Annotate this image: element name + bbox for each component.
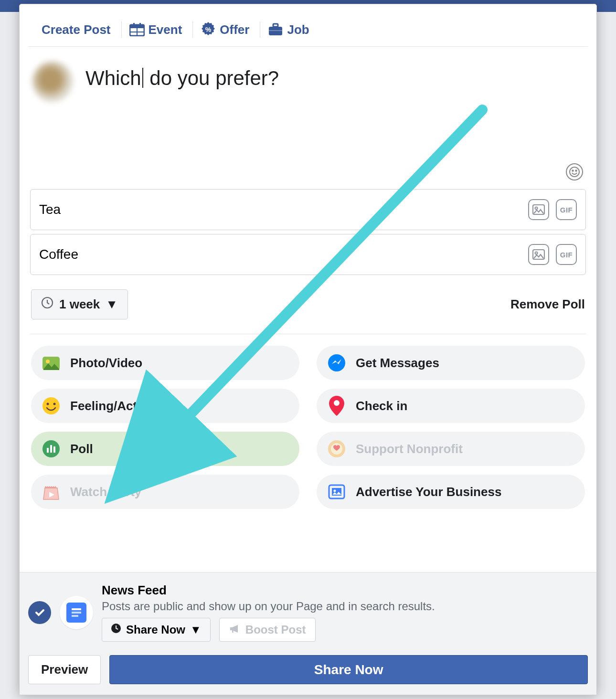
clock-icon bbox=[41, 297, 53, 312]
svg-point-34 bbox=[334, 490, 336, 492]
svg-point-14 bbox=[535, 207, 538, 210]
poll-option-1-input[interactable] bbox=[39, 202, 521, 217]
create-post-dialog: Create Post Event % Offer Job bbox=[19, 4, 597, 695]
add-photo-icon[interactable] bbox=[528, 199, 549, 220]
nonprofit-icon bbox=[326, 438, 347, 459]
attach-check-in[interactable]: Check in bbox=[317, 389, 585, 423]
boost-post-button: Boost Post bbox=[219, 618, 316, 642]
svg-point-21 bbox=[42, 397, 60, 414]
svg-rect-1 bbox=[130, 25, 144, 28]
svg-text:%: % bbox=[205, 26, 212, 33]
svg-rect-37 bbox=[72, 615, 78, 617]
svg-rect-36 bbox=[72, 612, 81, 614]
svg-point-16 bbox=[535, 252, 538, 254]
tab-job-label: Job bbox=[287, 22, 309, 37]
svg-rect-28 bbox=[53, 446, 55, 453]
svg-rect-3 bbox=[139, 23, 141, 26]
tab-offer-label: Offer bbox=[220, 22, 249, 37]
page-avatar bbox=[32, 61, 73, 102]
tab-event[interactable]: Event bbox=[129, 22, 190, 37]
svg-rect-2 bbox=[133, 23, 135, 26]
poll-duration-dropdown[interactable]: 1 week ▼ bbox=[31, 289, 128, 319]
tab-create-post[interactable]: Create Post bbox=[42, 22, 118, 37]
attach-advertise[interactable]: Advertise Your Business bbox=[317, 475, 585, 509]
poll-icon bbox=[41, 438, 62, 459]
advertise-icon bbox=[326, 481, 347, 502]
svg-point-11 bbox=[572, 170, 573, 171]
attach-support-nonprofit: Support Nonprofit bbox=[317, 432, 585, 466]
svg-rect-27 bbox=[50, 445, 52, 453]
clock-solid-icon bbox=[111, 623, 121, 636]
remove-poll-button[interactable]: Remove Poll bbox=[510, 297, 585, 312]
calendar-icon bbox=[129, 22, 145, 37]
svg-point-24 bbox=[334, 400, 340, 406]
poll-option-1: GIF bbox=[30, 189, 586, 230]
messenger-icon bbox=[326, 352, 347, 373]
composer-footer: News Feed Posts are public and show up o… bbox=[20, 572, 596, 695]
add-gif-icon[interactable]: GIF bbox=[556, 244, 577, 265]
svg-rect-26 bbox=[47, 448, 49, 453]
attach-photo-video[interactable]: Photo/Video bbox=[31, 346, 299, 380]
tab-job[interactable]: Job bbox=[268, 22, 317, 37]
text-caret bbox=[142, 68, 143, 88]
svg-point-20 bbox=[328, 354, 345, 371]
svg-point-12 bbox=[575, 170, 576, 171]
attach-get-messages[interactable]: Get Messages bbox=[317, 346, 585, 380]
add-gif-icon[interactable]: GIF bbox=[556, 199, 577, 220]
share-now-button[interactable]: Share Now bbox=[109, 655, 588, 684]
poll-option-2-input[interactable] bbox=[39, 247, 521, 262]
audience-selected-check-icon[interactable] bbox=[28, 601, 51, 624]
svg-point-19 bbox=[46, 360, 50, 363]
location-pin-icon bbox=[326, 395, 347, 416]
svg-rect-8 bbox=[273, 24, 278, 27]
audience-title: News Feed bbox=[102, 583, 588, 598]
poll-duration-label: 1 week bbox=[59, 297, 100, 312]
audience-description: Posts are public and show up on your Pag… bbox=[102, 600, 588, 613]
preview-button[interactable]: Preview bbox=[28, 655, 101, 684]
composer-tabs: Create Post Event % Offer Job bbox=[28, 12, 588, 47]
news-feed-icon-wrap bbox=[60, 596, 93, 629]
watch-party-icon bbox=[41, 481, 62, 502]
share-timing-dropdown[interactable]: Share Now ▼ bbox=[102, 618, 211, 642]
attach-poll[interactable]: Poll bbox=[31, 432, 299, 466]
chevron-down-icon: ▼ bbox=[106, 297, 118, 312]
post-text-input[interactable]: Which do you prefer? bbox=[85, 58, 584, 154]
offer-badge-icon: % bbox=[201, 22, 216, 37]
svg-point-23 bbox=[53, 403, 56, 405]
megaphone-icon bbox=[229, 623, 241, 636]
tab-offer[interactable]: % Offer bbox=[201, 22, 257, 37]
photo-video-icon bbox=[41, 352, 62, 373]
attachment-grid: Photo/Video Get Messages Feeling/Activit… bbox=[28, 334, 588, 522]
briefcase-icon bbox=[268, 22, 283, 37]
poll-option-2: GIF bbox=[30, 234, 586, 275]
svg-point-10 bbox=[570, 167, 579, 177]
news-feed-icon bbox=[66, 603, 86, 623]
svg-rect-35 bbox=[72, 608, 81, 610]
emoji-picker-icon[interactable] bbox=[566, 163, 583, 180]
chevron-down-icon: ▼ bbox=[190, 623, 202, 636]
svg-point-22 bbox=[47, 403, 49, 405]
svg-rect-9 bbox=[269, 30, 282, 31]
attach-feeling-activity[interactable]: Feeling/Activity bbox=[31, 389, 299, 423]
tab-event-label: Event bbox=[149, 22, 182, 37]
add-photo-icon[interactable] bbox=[528, 244, 549, 265]
attach-watch-party: Watch Party bbox=[31, 475, 299, 509]
tab-create-post-label: Create Post bbox=[42, 22, 111, 37]
feeling-icon bbox=[41, 395, 62, 416]
